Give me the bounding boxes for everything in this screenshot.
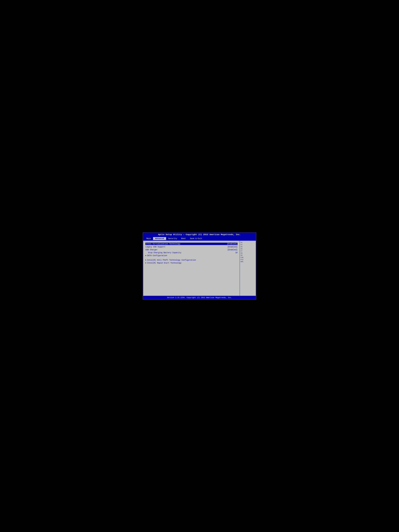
setting-value-intel-vt: [Enabled] <box>221 243 237 245</box>
side-panel-f5: F5 <box>241 246 255 248</box>
submenu-label-rapid-start: Intel(R) Rapid Start Technology <box>147 262 181 264</box>
setting-row-legacy-usb[interactable]: Legacy USB Support [Enabled] <box>146 246 238 248</box>
title-bar: Aptio Setup Utility – Copyright (C) 2012… <box>143 233 256 237</box>
side-panel-f10: F10 <box>241 257 255 258</box>
menu-item-security[interactable]: Security <box>166 237 179 240</box>
setting-label-legacy-usb: Legacy USB Support <box>146 246 222 248</box>
spacer1 <box>146 257 238 259</box>
setting-label-intel-vt: Intel Virtualization Technology <box>146 243 221 245</box>
bios-window: Aptio Setup Utility – Copyright (C) 2012… <box>143 233 256 299</box>
menu-item-advanced[interactable]: Advanced <box>153 237 166 240</box>
setting-label-usb-charger: USB Charger <box>146 249 222 251</box>
setting-row-intel-vt[interactable]: Intel Virtualization Technology [Enabled… <box>146 243 238 245</box>
setting-value-legacy-usb: [Enabled] <box>222 246 238 248</box>
submenu-arrow-anti-theft: ► <box>146 259 146 261</box>
setting-label-stop-charging: Stop Charging Battery Capacity <box>146 252 222 254</box>
submenu-label-sata: SATA Configuration <box>147 254 167 257</box>
footer-text: Version 2.15.1234. Copyright (C) 2012 Am… <box>167 297 232 299</box>
setting-row-usb-charger[interactable]: USB Charger [Enabled] <box>146 249 238 251</box>
submenu-arrow-rapid-start: ► <box>146 262 146 264</box>
side-panel: F1 F2 F5 F6 F7 F8 F9 F10 F12 ESC <box>240 241 256 296</box>
submenu-label-anti-theft: Intel(R) Anti-Theft Technology Configura… <box>147 259 196 261</box>
screen-wrapper: Aptio Setup Utility – Copyright (C) 2012… <box>140 227 259 305</box>
side-panel-f1: F1 <box>241 242 255 243</box>
side-panel-f8: F8 <box>241 252 255 254</box>
content-area: Intel Virtualization Technology [Enabled… <box>143 241 256 296</box>
menu-item-main[interactable]: Main <box>144 237 153 240</box>
setting-value-usb-charger: [Enabled] <box>222 249 238 251</box>
submenu-arrow-sata: ► <box>146 255 146 256</box>
setting-value-stop-charging: 10 <box>222 252 238 254</box>
submenu-sata[interactable]: ► SATA Configuration <box>146 254 238 257</box>
setting-row-stop-charging[interactable]: Stop Charging Battery Capacity 10 <box>146 252 238 254</box>
side-panel-esc: ESC <box>241 261 255 262</box>
title-text: Aptio Setup Utility – Copyright (C) 2012… <box>158 234 241 236</box>
menu-bar: Main Advanced Security Boot Save & Exit <box>143 237 256 241</box>
menu-item-save-exit[interactable]: Save & Exit <box>188 237 204 240</box>
submenu-rapid-start[interactable]: ► Intel(R) Rapid Start Technology <box>146 262 238 264</box>
side-panel-f6: F6 <box>241 248 255 250</box>
footer-bar: Version 2.15.1234. Copyright (C) 2012 Am… <box>143 296 256 299</box>
side-panel-f9: F9 <box>241 254 255 256</box>
side-panel-f12: F12 <box>241 259 255 260</box>
side-panel-f7: F7 <box>241 250 255 252</box>
menu-item-boot[interactable]: Boot <box>179 237 188 240</box>
submenu-anti-theft[interactable]: ► Intel(R) Anti-Theft Technology Configu… <box>146 259 238 261</box>
side-panel-f2: F2 <box>241 244 255 246</box>
main-panel: Intel Virtualization Technology [Enabled… <box>143 241 240 296</box>
